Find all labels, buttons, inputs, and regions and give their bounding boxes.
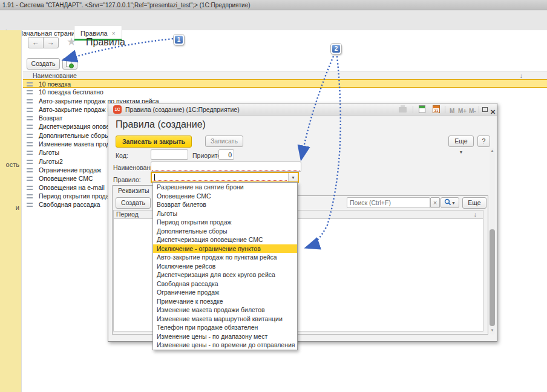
dialog-titlebar[interactable]: 1С Правила (создание) (1С:Предприятие) 3… (108, 103, 497, 116)
forward-icon: → (47, 38, 54, 47)
tab-close-icon[interactable]: × (112, 30, 116, 37)
back-button[interactable]: ← (28, 37, 44, 48)
chevron-down-icon: ▼ (459, 150, 463, 154)
memory-minus-button[interactable]: M- (469, 105, 476, 117)
create-button[interactable]: Создать (27, 58, 60, 70)
rule-combobox[interactable]: ▼ (151, 172, 299, 183)
callout-badge-2: 2 (331, 44, 341, 54)
catalog-item-icon (27, 168, 33, 172)
dropdown-item[interactable]: Авто-закрытие продаж по пунктам рейса (153, 253, 297, 262)
chevron-down-icon: ▼ (291, 175, 295, 180)
dropdown-item[interactable]: Льготы (153, 209, 297, 218)
catalog-item-icon (27, 194, 33, 198)
dropdown-item[interactable]: Изменение макета маршрутной квитанции (153, 315, 297, 324)
scroll-down-icon[interactable]: ▼ (490, 328, 495, 332)
dropdown-item[interactable]: Возврат билетов (153, 200, 297, 209)
dialog-heading: Правила (создание) (116, 119, 206, 130)
dropdown-item[interactable]: Изменение макета продажи билетов (153, 305, 297, 315)
sort-descending-icon[interactable]: ↓ (474, 211, 477, 218)
search-clear-button[interactable]: × (430, 197, 440, 208)
dropdown-item[interactable]: Телефон при продаже обязателен (153, 323, 297, 332)
save-button[interactable]: Записать (205, 136, 243, 147)
calculator-icon[interactable] (419, 105, 425, 113)
period-column-label: Период (116, 211, 139, 218)
calendar-icon[interactable]: 31 (433, 105, 440, 113)
catalog-item-icon (27, 116, 33, 120)
help-button[interactable]: ? (477, 136, 490, 147)
section-fragment: и (16, 204, 19, 211)
catalog-item-icon (27, 134, 33, 138)
combobox-dropdown-button[interactable]: ▼ (288, 173, 298, 181)
dropdown-item-highlighted[interactable]: Исключение - ограничение пунктов (153, 244, 297, 253)
dialog-table-more-button[interactable]: Еще ▼ (462, 197, 486, 209)
catalog-item-icon (27, 142, 33, 146)
separator (413, 106, 413, 113)
priority-field[interactable] (218, 149, 234, 160)
list-header-label: Наименование (33, 71, 77, 80)
list-item-selected[interactable]: 10 поездка (23, 79, 547, 88)
dropdown-item[interactable]: Изменение цены - по диапазону мест (153, 332, 297, 341)
favorite-star-icon[interactable]: ★ (67, 35, 76, 48)
rule-label: Правило: (113, 176, 141, 183)
search-input[interactable] (347, 197, 430, 208)
dropdown-item[interactable]: Изменение цены - по времени до отправлен… (153, 341, 297, 350)
required-field-underline (154, 180, 287, 181)
back-icon: ← (32, 38, 39, 47)
memory-plus-button[interactable]: M+ (458, 105, 467, 117)
dropdown-item[interactable]: Дополнительные сборы (153, 227, 297, 236)
catalog-item-icon (27, 125, 33, 129)
save-and-close-button[interactable]: Записать и закрыть (116, 136, 192, 148)
more-button[interactable]: Еще ▼ (448, 136, 474, 147)
dialog-create-button[interactable]: Создать (116, 197, 151, 209)
create-group-button[interactable] (62, 58, 77, 70)
dialog-title: Правила (создание) (1С:Предприятие) (125, 103, 240, 116)
dropdown-item[interactable]: Примечание к поездке (153, 297, 297, 306)
separator (479, 106, 479, 113)
text-cursor (154, 174, 155, 180)
catalog-item-icon (27, 108, 33, 112)
close-icon[interactable]: ✕ (490, 106, 496, 118)
list-header[interactable]: Наименование ↓ (23, 71, 547, 80)
dropdown-item[interactable]: Диспетчеризация оповещение СМС (153, 235, 297, 244)
section-fragment: ость (6, 161, 19, 168)
separator (445, 106, 445, 113)
print-icon[interactable] (399, 107, 407, 113)
list-item[interactable]: 10 поездка бесплатно (23, 88, 547, 96)
dropdown-item[interactable]: Диспетчеризация для всех кругов рейса (153, 270, 297, 279)
catalog-item-icon (27, 82, 33, 87)
window-titlebar: 1.91 - Система "СТАНДАРТ". <Srvr="127.0.… (0, 0, 547, 10)
forward-button[interactable]: → (43, 37, 59, 48)
dropdown-item[interactable]: Разрешение на снятие брони (153, 183, 297, 192)
page-title: Правила (86, 37, 125, 48)
app-window: 1.91 - Система "СТАНДАРТ". <Srvr="127.0.… (0, 0, 547, 392)
scroll-up-icon[interactable]: ▲ (490, 149, 495, 152)
maximize-icon[interactable] (482, 107, 488, 112)
create-button-label: Создать (31, 60, 56, 67)
sections-panel[interactable]: ость и оездки (0, 30, 22, 392)
1c-logo-icon: 1С (113, 105, 122, 114)
catalog-item-icon (27, 160, 33, 164)
callout-badge-1: 1 (174, 34, 184, 45)
tab-bar: ⌂ Начальная страница Правила× (0, 10, 547, 30)
catalog-item-icon (27, 90, 33, 94)
memory-button[interactable]: M (450, 105, 454, 117)
dropdown-item[interactable]: Период открытия продаж (153, 218, 297, 227)
tab-pravila-label: Правила (80, 30, 108, 37)
rule-dropdown-list: Разрешение на снятие брони Оповещение СМ… (152, 182, 298, 350)
window-title: 1.91 - Система "СТАНДАРТ". <Srvr="127.0.… (2, 2, 251, 8)
dropdown-item[interactable]: Оповещение СМС (153, 192, 297, 201)
dropdown-item[interactable]: Исключение рейсов (153, 262, 297, 271)
search-options-button[interactable]: ▼ (441, 197, 459, 208)
dropdown-item[interactable]: Ограничение продаж (153, 288, 297, 297)
catalog-item-icon (27, 151, 33, 155)
dialog-scrollbar-thumb[interactable] (490, 229, 495, 326)
search-icon (444, 198, 451, 206)
name-field[interactable] (151, 162, 301, 172)
catalog-item-icon (27, 186, 33, 190)
code-field[interactable] (151, 149, 188, 160)
sort-descending-icon[interactable]: ↓ (520, 71, 523, 80)
tab-rekvizity[interactable]: Реквизиты (112, 185, 155, 196)
dropdown-item[interactable]: Свободная рассадка (153, 279, 297, 289)
chevron-down-icon: ▼ (451, 201, 456, 205)
code-label: Код: (116, 152, 128, 159)
